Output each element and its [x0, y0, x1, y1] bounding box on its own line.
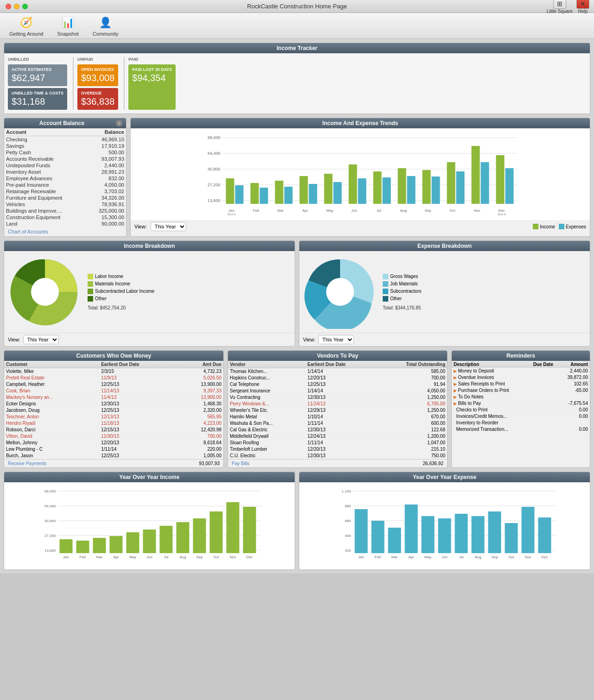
svg-rect-26: [423, 170, 431, 204]
svg-text:Nov: Nov: [474, 208, 480, 213]
customer-due-date: 12/25/13: [99, 453, 177, 459]
reminder-table-row[interactable]: ▶ Money to Deposit2,440.00: [452, 368, 590, 374]
yoy-income-card: Year Over Year Income 68,000 54,400 40,8…: [4, 472, 295, 570]
vendor-total: 91.94: [375, 381, 447, 388]
vendor-due-date: 1/11/14: [306, 440, 376, 446]
vendor-total: 600.00: [375, 420, 447, 427]
little-square-button[interactable]: ⊞ Little Square: [547, 0, 573, 14]
toolbar-item-snapshot[interactable]: 📊 Snapshot: [57, 15, 78, 37]
open-invoices-box[interactable]: OPEN INVOICES $93,008: [77, 64, 118, 86]
reminder-table-row[interactable]: ▶ Sales Receipts to Print102.65: [452, 381, 590, 387]
reminder-table-row[interactable]: ▶ To Do Notes: [452, 394, 590, 400]
chart-of-accounts-link[interactable]: Chart of Accounts: [4, 227, 126, 236]
customer-table-row[interactable]: Pretell Real Estate11/9/135,026.50: [4, 375, 223, 381]
account-table-row[interactable]: Buildings and Improve....325,000.00: [4, 208, 126, 214]
customer-table-row[interactable]: Campbell, Heather12/25/1313,900.00: [4, 381, 223, 388]
vendor-table-row[interactable]: Sergeant Insurance1/14/144,050.00: [228, 388, 447, 394]
vendor-table-row[interactable]: C.U. Electric12/30/13750.00: [228, 453, 447, 459]
vendor-table-row[interactable]: Cal Telephone12/25/1391.94: [228, 381, 447, 388]
vendor-table-row[interactable]: Washuta & Son Pa...1/11/14600.00: [228, 420, 447, 427]
reminder-table-row[interactable]: Checks to Print0.00: [452, 407, 590, 413]
vendor-table-row[interactable]: Hamlin Metal1/10/14670.00: [228, 414, 447, 420]
account-balance-value: 325,000.00: [86, 208, 126, 214]
trends-view-select[interactable]: This Year: [151, 222, 186, 231]
customer-table-row[interactable]: Cook, Brian11/14/139,397.33: [4, 388, 223, 394]
svg-rect-32: [496, 155, 505, 204]
account-balance-value: 34,326.00: [86, 195, 126, 201]
pay-bills-link[interactable]: Pay Bills: [232, 461, 249, 466]
svg-rect-67: [143, 530, 156, 553]
customer-table-row[interactable]: Ecker Designs12/30/131,468.30: [4, 401, 223, 407]
account-table-row[interactable]: Pre-paid Insurance4,050.00: [4, 182, 126, 188]
vendor-table-row[interactable]: Hopkins Construc...12/20/13700.00: [228, 375, 447, 381]
vendor-due-date: 12/29/13: [306, 407, 376, 414]
vendor-table-row[interactable]: Middlefield Drywall12/24/131,200.00: [228, 433, 447, 440]
vendor-table-row[interactable]: Timberloft Lumber12/20/13215.10: [228, 446, 447, 453]
paid-box[interactable]: PAID LAST 30 DAYS $94,354: [128, 64, 176, 110]
customer-name: Lew Plumbing - C: [4, 446, 99, 453]
reminder-table-row[interactable]: ▶ Purchase Orders to Print-65.00: [452, 387, 590, 394]
help-button[interactable]: ✕ Help: [576, 0, 589, 14]
little-square-icon: ⊞: [553, 0, 566, 9]
customer-table-row[interactable]: Teschner, Anton12/13/13565.95: [4, 414, 223, 420]
vendor-table-row[interactable]: Wheeler's Tile Etc.12/29/131,250.00: [228, 407, 447, 414]
vendor-table-row[interactable]: Cal Gas & Electric12/30/13122.68: [228, 427, 447, 433]
account-table-row[interactable]: Undeposited Funds2,440.00: [4, 162, 126, 169]
vendor-table-row[interactable]: Thomas Kitchen...1/14/14585.00: [228, 368, 447, 375]
reminder-table-row[interactable]: ▶ Overdue Invoices39,872.00: [452, 374, 590, 381]
customer-table-row[interactable]: Violette, Mike2/3/154,732.23: [4, 368, 223, 375]
customer-table-row[interactable]: Lew Plumbing - C1/11/14220.00: [4, 446, 223, 453]
account-table-row[interactable]: Inventory Asset28,991.23: [4, 169, 126, 175]
customer-table-row[interactable]: Burch, Jason12/25/131,005.00: [4, 453, 223, 459]
vendor-table-row[interactable]: Vu Contracting12/30/131,250.00: [228, 394, 447, 401]
close-button[interactable]: [6, 4, 11, 9]
account-table-row[interactable]: Accounts Receivable93,007.93: [4, 156, 126, 162]
unbilled-time-box[interactable]: UNBILLED TIME & COSTS $31,168: [8, 88, 67, 110]
account-table-row[interactable]: Savings17,910.19: [4, 143, 126, 149]
customer-table-row[interactable]: Mackey's Nursery an...11/4/1313,900.00: [4, 394, 223, 401]
receive-payments-link[interactable]: Receive Payments: [8, 461, 46, 466]
customer-amount: 9,397.33: [178, 388, 224, 394]
reminder-table-row[interactable]: Inventory to Reorder: [452, 420, 590, 426]
reminder-table-row[interactable]: ▶ Bills to Pay-7,675.54: [452, 400, 590, 407]
total-outstanding-col-header: Total Outstanding: [375, 361, 447, 368]
vendor-total: 6,705.00: [375, 401, 447, 407]
yoy-expense-header: Year Over Year Expense: [299, 472, 590, 482]
reminder-table-row[interactable]: Memorized Transaction...0.00: [452, 426, 590, 433]
customer-table-row[interactable]: Vitton, David11/30/13700.00: [4, 433, 223, 440]
vendor-table-row[interactable]: Sloan Roofing1/11/141,047.00: [228, 440, 447, 446]
vendor-total: 122.68: [375, 427, 447, 433]
svg-rect-14: [275, 181, 284, 204]
customer-amount: 13,900.00: [178, 381, 224, 388]
income-view-select[interactable]: This Year: [23, 335, 59, 344]
account-table-row[interactable]: Land90,000.00: [4, 221, 126, 227]
account-table-row[interactable]: Furniture and Equipment34,326.00: [4, 195, 126, 201]
reminder-table-row[interactable]: Invoices/Credit Memos...0.00: [452, 413, 590, 420]
account-balance-card: Account Balance i Account Balance Checki…: [4, 118, 126, 237]
svg-rect-65: [110, 536, 123, 553]
account-table-row[interactable]: Employee Advances832.00: [4, 175, 126, 182]
active-estimates-box[interactable]: ACTIVE ESTIMATES $62,947: [8, 64, 67, 86]
maximize-button[interactable]: [22, 4, 28, 9]
traffic-lights: [6, 4, 28, 9]
reminder-due-date: [528, 368, 558, 374]
reminder-arrow-icon: ▶: [454, 401, 458, 406]
account-table-row[interactable]: Petty Cash500.00: [4, 149, 126, 156]
vendor-table-row[interactable]: Perry Windows &...11/24/136,705.00: [228, 401, 447, 407]
expense-view-select[interactable]: This Year: [318, 335, 354, 344]
customer-table-row[interactable]: Robson, Darci12/15/1312,420.98: [4, 427, 223, 433]
customer-table-row[interactable]: Jacobsen, Doug12/25/132,320.00: [4, 407, 223, 414]
customer-table-row[interactable]: Hendro Riyadi11/18/134,223.00: [4, 420, 223, 427]
customer-table-row[interactable]: Melton, Johnny12/20/138,618.64: [4, 440, 223, 446]
account-table-row[interactable]: Checking46,969.10: [4, 136, 126, 143]
toolbar-item-community[interactable]: 👤 Community: [93, 15, 119, 37]
account-table-row[interactable]: Construction Equipment15,300.00: [4, 214, 126, 221]
account-table-row[interactable]: Vehicles78,936.91: [4, 201, 126, 208]
minimize-button[interactable]: [14, 4, 19, 9]
overdue-box[interactable]: OVERDUE $36,838: [77, 88, 118, 110]
info-icon[interactable]: i: [116, 120, 122, 126]
vendor-name: Sergeant Insurance: [228, 388, 306, 394]
toolbar-item-getting-around[interactable]: 🧭 Getting Around: [9, 15, 43, 37]
customer-due-date: 11/18/13: [99, 420, 177, 427]
account-table-row[interactable]: Retainage Receivable3,703.02: [4, 188, 126, 195]
